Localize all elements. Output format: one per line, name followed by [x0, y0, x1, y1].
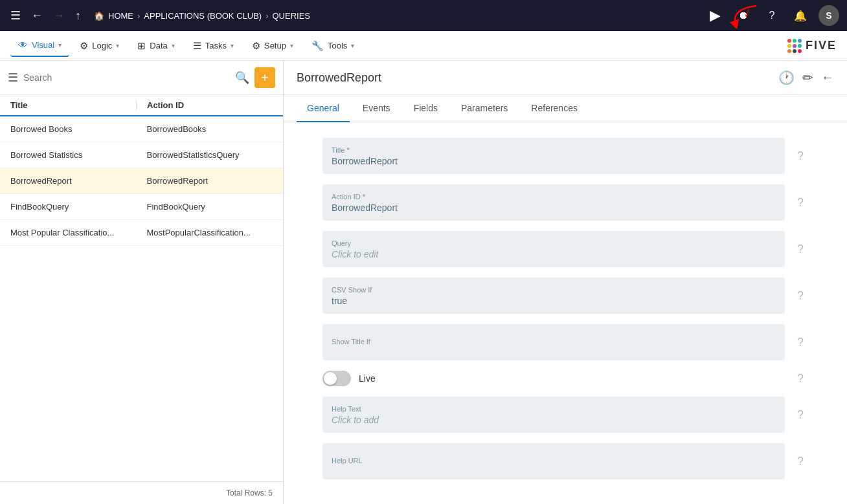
history-icon[interactable]: 🕐 — [778, 70, 795, 85]
sidebar: ☰ 🔍 + Title Action ID Borrowed Books Bor… — [0, 61, 284, 504]
action-id-help-icon[interactable]: ? — [793, 196, 808, 210]
up-icon[interactable]: ↑ — [73, 6, 84, 25]
csv-show-if-field[interactable]: CSV Show If true — [322, 278, 785, 314]
list-item[interactable]: FindBookQuery FindBookQuery — [0, 194, 283, 220]
help-url-label: Help URL — [332, 457, 776, 465]
search-input[interactable] — [23, 72, 230, 83]
title-help-icon[interactable]: ? — [793, 149, 808, 163]
tab-events[interactable]: Events — [352, 95, 401, 122]
logo-text: FIVE — [806, 39, 837, 52]
header-title: Title — [10, 100, 136, 110]
help-text-field[interactable]: Help Text Click to add — [322, 397, 785, 433]
breadcrumb-app[interactable]: APPLICATIONS (BOOK CLUB) — [144, 11, 262, 21]
help-url-row: Help URL ? — [322, 443, 808, 479]
tools-chevron: ▾ — [351, 42, 354, 49]
content-area: BorrowedReport 🕐 ✏ ← General Events Fiel… — [284, 61, 847, 504]
setup-tab-label: Setup — [264, 41, 286, 50]
action-id-label: Action ID * — [332, 193, 776, 201]
toggle-knob — [324, 372, 337, 385]
tools-icon: 🔧 — [311, 40, 324, 52]
visual-icon: 👁 — [18, 39, 28, 50]
list-item[interactable]: Borrowed Books BorrowedBooks — [0, 116, 283, 142]
hamburger-icon[interactable]: ☰ — [8, 6, 23, 25]
edit-icon[interactable]: ✏ — [802, 70, 813, 85]
breadcrumb-queries[interactable]: QUERIES — [272, 11, 310, 21]
row-action-id: BorrowedStatisticsQuery — [137, 150, 273, 160]
row-action-id: FindBookQuery — [137, 202, 273, 212]
sidebar-footer: Total Rows: 5 — [0, 481, 283, 504]
live-toggle-row: Live ? — [322, 371, 808, 386]
tab-logic[interactable]: ⚙ Logic ▾ — [72, 35, 127, 57]
user-avatar[interactable]: S — [819, 5, 839, 26]
action-id-field[interactable]: Action ID * BorrowedReport — [322, 184, 785, 221]
tab-general[interactable]: General — [297, 95, 350, 122]
show-title-if-label: Show Title If — [332, 338, 776, 345]
csv-show-if-value: true — [332, 296, 776, 306]
help-text-help-icon[interactable]: ? — [793, 408, 808, 422]
search-icon[interactable]: 🔍 — [235, 71, 249, 85]
play-button[interactable]: ▶ — [705, 5, 725, 26]
list-item[interactable]: Borrowed Statistics BorrowedStatisticsQu… — [0, 142, 283, 168]
form-area: Title * BorrowedReport ? Action ID * Bor… — [284, 122, 847, 504]
show-title-if-row: Show Title If ? — [322, 324, 808, 360]
breadcrumb-home[interactable]: HOME — [108, 11, 133, 21]
live-toggle[interactable] — [322, 371, 351, 386]
row-title: Borrowed Statistics — [10, 150, 137, 160]
header-action-id: Action ID — [136, 100, 273, 110]
tab-data[interactable]: ⊞ Data ▾ — [130, 35, 182, 57]
row-title: BorrowedReport — [10, 176, 137, 186]
row-title: Borrowed Books — [10, 124, 137, 134]
live-toggle-label: Live — [359, 373, 376, 384]
query-help-icon[interactable]: ? — [793, 243, 808, 256]
logic-tab-label: Logic — [92, 41, 112, 50]
tools-tab-label: Tools — [328, 41, 347, 50]
show-title-if-field[interactable]: Show Title If — [322, 324, 785, 360]
visual-tab-label: Visual — [32, 40, 54, 50]
row-action-id: BorrowedBooks — [137, 124, 273, 134]
action-id-field-row: Action ID * BorrowedReport ? — [322, 184, 808, 221]
list-item[interactable]: BorrowedReport BorrowedReport — [0, 168, 283, 194]
row-action-id: MostPopularClassification... — [137, 228, 273, 237]
sidebar-search-bar: ☰ 🔍 + — [0, 61, 283, 95]
row-action-id: BorrowedReport — [137, 176, 273, 186]
content-header: BorrowedReport 🕐 ✏ ← — [284, 61, 847, 95]
tab-tasks[interactable]: ☰ Tasks ▾ — [185, 35, 242, 57]
help-url-field[interactable]: Help URL — [322, 443, 785, 479]
tab-references[interactable]: References — [521, 95, 588, 122]
query-label: Query — [332, 239, 776, 247]
csv-show-if-row: CSV Show If true ? — [322, 278, 808, 314]
query-field-row: Query Click to edit ? — [322, 231, 808, 267]
forward-icon[interactable]: → — [51, 6, 67, 25]
content-header-icons: 🕐 ✏ ← — [778, 70, 834, 85]
help-url-help-icon[interactable]: ? — [793, 455, 808, 468]
back-icon[interactable]: ← — [28, 6, 45, 25]
tab-tools[interactable]: 🔧 Tools ▾ — [304, 35, 362, 57]
back-content-icon[interactable]: ← — [821, 70, 834, 85]
tab-fields[interactable]: Fields — [403, 95, 448, 122]
list-item[interactable]: Most Popular Classificatio... MostPopula… — [0, 220, 283, 246]
help-icon[interactable]: ? — [762, 5, 782, 26]
setup-icon: ⚙ — [252, 40, 260, 52]
csv-show-if-label: CSV Show If — [332, 286, 776, 294]
help-text-row: Help Text Click to add ? — [322, 397, 808, 433]
query-field[interactable]: Query Click to edit — [322, 231, 785, 267]
red-arrow-svg — [724, 3, 763, 28]
live-help-icon[interactable]: ? — [793, 372, 808, 386]
title-field-value: BorrowedReport — [332, 156, 776, 166]
row-title: Most Popular Classificatio... — [10, 228, 137, 237]
notifications-icon[interactable]: 🔔 — [790, 5, 811, 26]
tab-visual[interactable]: 👁 Visual ▾ — [10, 34, 69, 57]
tasks-chevron: ▾ — [231, 42, 234, 49]
logo-dots — [787, 39, 802, 53]
data-chevron: ▾ — [172, 42, 175, 49]
tab-setup[interactable]: ⚙ Setup ▾ — [244, 35, 301, 57]
tab-parameters[interactable]: Parameters — [451, 95, 518, 122]
help-text-label: Help Text — [332, 405, 776, 413]
sidebar-menu-icon[interactable]: ☰ — [8, 71, 18, 85]
add-button[interactable]: + — [254, 67, 275, 88]
show-title-help-icon[interactable]: ? — [793, 336, 808, 349]
title-field[interactable]: Title * BorrowedReport — [322, 138, 785, 174]
breadcrumb: 🏠 HOME › APPLICATIONS (BOOK CLUB) › QUER… — [94, 11, 310, 21]
secondary-navigation: 👁 Visual ▾ ⚙ Logic ▾ ⊞ Data ▾ ☰ Tasks ▾ … — [0, 31, 847, 61]
csv-help-icon[interactable]: ? — [793, 289, 808, 303]
